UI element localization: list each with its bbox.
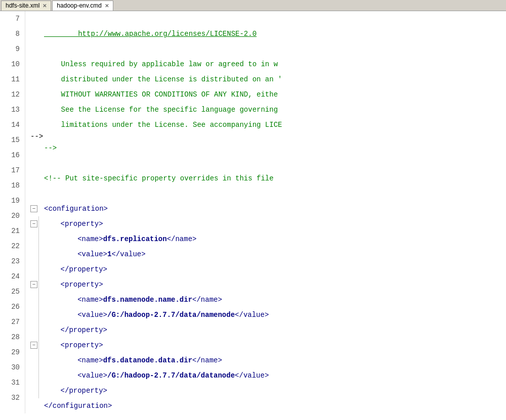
fold-marker-28[interactable]: − (30, 342, 37, 349)
code-line-19: − <configuration> (30, 201, 506, 216)
tag-property-3-close: </property> (44, 383, 107, 398)
line-num-17: 17 (3, 163, 20, 178)
line-num-28: 28 (3, 330, 20, 345)
code-line-10: Unless required by applicable law or agr… (30, 57, 506, 72)
line-numbers: 7 8 9 10 11 12 13 14 15 16 17 18 19 20 2… (0, 11, 25, 413)
tag-value-open-22: <value> (44, 247, 107, 262)
tab-close-hadoop[interactable]: ✕ (105, 3, 109, 9)
tag-property-3-open: <property> (44, 338, 103, 353)
gutter-29 (38, 353, 43, 368)
code-line-18 (30, 186, 506, 201)
gutter-31 (38, 383, 43, 398)
gutter-23 (38, 262, 43, 277)
line-num-16: 16 (3, 148, 20, 163)
code-line-30: <value>/G:/hadoop-2.7.7/data/datanode</v… (30, 368, 506, 383)
tag-property-1-open: <property> (44, 216, 103, 231)
fold-marker-24[interactable]: − (30, 281, 37, 288)
tag-configuration-open: <configuration> (44, 201, 108, 216)
tag-property-2-close: </property> (44, 322, 107, 338)
comment-line-17: <!-- Put site-specific property override… (44, 171, 274, 186)
comment-line-10: Unless required by applicable law or agr… (44, 57, 278, 72)
tab-bar: hdfs-site.xml ✕ hadoop-env.cmd ✕ (0, 0, 506, 11)
code-line-9 (30, 41, 506, 57)
tag-name-close-21: </name> (167, 231, 197, 247)
tag-value-close-30: </value> (235, 368, 269, 383)
line-num-21: 21 (3, 223, 20, 239)
code-line-31: </property> (30, 383, 506, 398)
gutter-26 (38, 307, 43, 322)
code-line-25: <name>dfs.namenode.name.dir</name> (30, 292, 506, 307)
value-namenode-name-dir: dfs.namenode.name.dir (103, 292, 192, 307)
line-num-10: 10 (3, 57, 20, 72)
gutter-24 (38, 277, 43, 292)
value-namenode-path: /G:/hadoop-2.7.7/data/namenode (107, 307, 235, 322)
line-num-13: 13 (3, 102, 20, 117)
editor-window: hdfs-site.xml ✕ hadoop-env.cmd ✕ 7 8 9 1… (0, 0, 506, 420)
tag-value-close-26: </value> (235, 307, 269, 322)
tab-hdfs-site[interactable]: hdfs-site.xml ✕ (1, 1, 51, 11)
line-num-20: 20 (3, 208, 20, 223)
editor-area[interactable]: 7 8 9 10 11 12 13 14 15 16 17 18 19 20 2… (0, 11, 506, 420)
code-line-20: − <property> (30, 216, 506, 231)
line-num-7: 7 (3, 11, 20, 26)
tag-property-2-open: <property> (44, 277, 103, 292)
line-num-32: 32 (3, 390, 20, 405)
tag-name-close-29: </name> (192, 353, 222, 368)
line-num-18: 18 (3, 178, 20, 193)
code-line-21: <name>dfs.replication</name> (30, 231, 506, 247)
line-num-12: 12 (3, 87, 20, 102)
code-line-15: --> (30, 141, 506, 156)
code-line-23: </property> (30, 262, 506, 277)
line-num-23: 23 (3, 254, 20, 269)
tag-property-1-close: </property> (44, 262, 107, 277)
comment-line-14: limitations under the License. See accom… (44, 117, 282, 132)
code-line-22: <value>1</value> (30, 247, 506, 262)
tab-hadoop-env[interactable]: hadoop-env.cmd ✕ (52, 1, 113, 11)
gutter-28 (38, 338, 43, 353)
line-num-31: 31 (3, 375, 20, 390)
license-url[interactable]: http://www.apache.org/licenses/LICENSE-2… (44, 26, 257, 41)
comment-line-13: See the License for the specific languag… (44, 102, 278, 117)
value-replication: dfs.replication (103, 231, 167, 247)
gutter-27 (38, 322, 43, 338)
code-line-11: distributed under the License is distrib… (30, 72, 506, 87)
tag-value-close-22: </value> (111, 247, 145, 262)
comment-line-11: distributed under the License is distrib… (44, 72, 282, 87)
tab-close-hdfs[interactable]: ✕ (43, 3, 47, 9)
line-num-25: 25 (3, 284, 20, 299)
fold-marker-20[interactable]: − (30, 220, 37, 227)
code-container: 7 8 9 10 11 12 13 14 15 16 17 18 19 20 2… (0, 11, 506, 413)
tab-label-hdfs: hdfs-site.xml (6, 2, 39, 9)
tag-name-open-25: <name> (44, 292, 103, 307)
gutter-25 (38, 292, 43, 307)
comment-close-15: --> (44, 141, 57, 156)
tab-label-hadoop: hadoop-env.cmd (57, 2, 102, 9)
code-line-8: http://www.apache.org/licenses/LICENSE-2… (30, 26, 506, 41)
code-line-16 (30, 156, 506, 171)
line-num-30: 30 (3, 360, 20, 375)
fold-marker-19[interactable]: − (30, 205, 37, 212)
tag-configuration-close: </configuration> (44, 398, 112, 413)
code-line-28: − <property> (30, 338, 506, 353)
tag-name-open-21: <name> (44, 231, 103, 247)
line-num-14: 14 (3, 117, 20, 132)
code-content: http://www.apache.org/licenses/LICENSE-2… (25, 11, 506, 413)
value-1: 1 (107, 247, 111, 262)
code-line-24: − <property> (30, 277, 506, 292)
code-line-12: WITHOUT WARRANTIES OR CONDITIONS OF ANY … (30, 87, 506, 102)
value-datanode-data-dir: dfs.datanode.data.dir (103, 353, 192, 368)
code-line-27: </property> (30, 322, 506, 338)
gutter-30 (38, 368, 43, 383)
code-line-13: See the License for the specific languag… (30, 102, 506, 117)
code-line-17: <!-- Put site-specific property override… (30, 171, 506, 186)
code-line-14: limitations under the License. See accom… (30, 117, 506, 132)
line-num-27: 27 (3, 314, 20, 330)
value-datanode-path: /G:/hadoop-2.7.7/data/datanode (107, 368, 235, 383)
code-line-29: <name>dfs.datanode.data.dir</name> (30, 353, 506, 368)
line-num-24: 24 (3, 269, 20, 284)
gutter-20 (38, 216, 43, 231)
gutter-21 (38, 231, 43, 247)
line-num-11: 11 (3, 72, 20, 87)
line-num-22: 22 (3, 239, 20, 254)
code-line-7 (30, 11, 506, 26)
